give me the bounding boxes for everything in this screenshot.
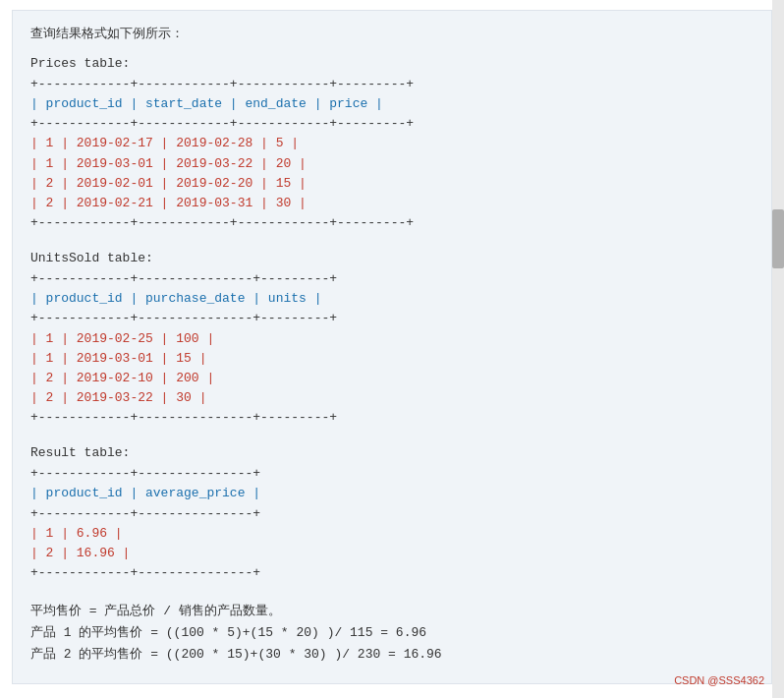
- unitssold-header: | product_id | purchase_date | units |: [30, 289, 754, 309]
- prices-sep2: +------------+------------+------------+…: [30, 114, 754, 134]
- csdn-watermark: CSDN @SSS4362: [674, 674, 764, 686]
- unitssold-row-4: | 2 | 2019-03-22 | 30 |: [30, 388, 754, 408]
- calc-line-3: 产品 2 的平均售价 = ((200 * 15)+(30 * 30) )/ 23…: [30, 644, 754, 666]
- prices-row-1: | 1 | 2019-02-17 | 2019-02-28 | 5 |: [30, 134, 754, 153]
- calc-section: 平均售价 = 产品总价 / 销售的产品数量。 产品 1 的平均售价 = ((10…: [30, 601, 754, 666]
- prices-sep1: +------------+------------+------------+…: [30, 75, 754, 94]
- unitssold-sep1: +------------+---------------+---------+: [30, 269, 754, 289]
- result-row-1: | 1 | 6.96 |: [30, 524, 754, 544]
- unitssold-row-3: | 2 | 2019-02-10 | 200 |: [30, 369, 754, 388]
- prices-table-title: Prices table:: [30, 56, 754, 71]
- unitssold-sep3: +------------+---------------+---------+: [30, 408, 754, 428]
- result-sep2: +------------+---------------+: [30, 504, 754, 524]
- result-table-block: +------------+---------------+ | product…: [30, 464, 754, 583]
- intro-text: 查询结果格式如下例所示：: [30, 25, 754, 42]
- prices-sep3: +------------+------------+------------+…: [30, 213, 754, 233]
- result-header: | product_id | average_price |: [30, 484, 754, 503]
- result-table-section: Result table: +------------+------------…: [30, 445, 754, 583]
- unitssold-sep2: +------------+---------------+---------+: [30, 309, 754, 328]
- unitssold-row-1: | 1 | 2019-02-25 | 100 |: [30, 329, 754, 349]
- content-area: 查询结果格式如下例所示： Prices table: +------------…: [12, 10, 772, 684]
- unitssold-table-block: +------------+---------------+---------+…: [30, 269, 754, 428]
- scrollbar-thumb[interactable]: [772, 209, 784, 268]
- result-row-2: | 2 | 16.96 |: [30, 544, 754, 563]
- unitssold-table-title: UnitsSold table:: [30, 251, 754, 265]
- calc-line-1: 平均售价 = 产品总价 / 销售的产品数量。: [30, 601, 754, 622]
- prices-table-block: +------------+------------+------------+…: [30, 75, 754, 233]
- prices-table-section: Prices table: +------------+------------…: [30, 56, 754, 233]
- prices-row-2: | 1 | 2019-03-01 | 2019-03-22 | 20 |: [30, 154, 754, 174]
- result-sep1: +------------+---------------+: [30, 464, 754, 484]
- prices-row-4: | 2 | 2019-02-21 | 2019-03-31 | 30 |: [30, 194, 754, 213]
- result-table-title: Result table:: [30, 445, 754, 460]
- prices-row-3: | 2 | 2019-02-01 | 2019-02-20 | 15 |: [30, 174, 754, 194]
- unitssold-table-section: UnitsSold table: +------------+---------…: [30, 251, 754, 428]
- scrollbar[interactable]: [772, 0, 784, 698]
- result-sep3: +------------+---------------+: [30, 563, 754, 583]
- page-wrapper: 查询结果格式如下例所示： Prices table: +------------…: [0, 0, 784, 698]
- unitssold-row-2: | 1 | 2019-03-01 | 15 |: [30, 349, 754, 369]
- calc-line-2: 产品 1 的平均售价 = ((100 * 5)+(15 * 20) )/ 115…: [30, 622, 754, 644]
- prices-header: | product_id | start_date | end_date | p…: [30, 94, 754, 114]
